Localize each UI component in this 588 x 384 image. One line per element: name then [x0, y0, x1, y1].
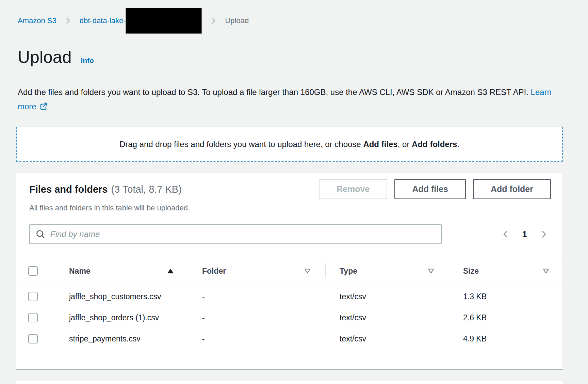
filter-icon[interactable]	[542, 268, 550, 274]
add-files-button[interactable]: Add files	[394, 179, 466, 199]
file-folder: -	[188, 290, 325, 303]
file-size: 1.3 KB	[449, 290, 563, 303]
chevron-right-icon	[539, 229, 548, 239]
search-input[interactable]	[50, 229, 436, 239]
file-name: stripe_payments.csv	[69, 334, 141, 343]
remove-button[interactable]: Remove	[319, 179, 387, 199]
table-row: stripe_payments.csv - text/csv 4.9 KB	[16, 328, 562, 349]
file-name: jaffle_shop_customers.csv	[69, 292, 161, 301]
add-folder-button[interactable]: Add folder	[473, 179, 551, 199]
column-header-type[interactable]: Type	[325, 256, 449, 286]
drag-drop-zone[interactable]: Drag and drop files and folders you want…	[16, 127, 563, 162]
page-title: UploadInfo	[18, 47, 94, 71]
panel-title-text: Files and folders	[29, 184, 108, 195]
next-panel-edge	[16, 381, 563, 384]
file-size: 2.6 KB	[449, 311, 563, 324]
breadcrumb-amazon-s3[interactable]: Amazon S3	[18, 16, 56, 25]
file-type: text/csv	[325, 332, 449, 345]
current-page[interactable]: 1	[522, 229, 527, 240]
panel-count-summary: (3 Total, 8.7 KB)	[111, 184, 181, 195]
page-title-text: Upload	[18, 48, 71, 67]
file-folder: -	[188, 311, 325, 324]
filter-icon[interactable]	[304, 268, 311, 274]
pagination: 1	[501, 229, 551, 240]
bucket-name-prefix: dbt-data-lake-	[80, 16, 126, 25]
files-table: Name Folder Type Size	[16, 256, 562, 349]
chevron-right-icon	[211, 16, 216, 26]
file-type: text/csv	[325, 290, 449, 303]
breadcrumb: Amazon S3 dbt-data-lake- Upload	[18, 8, 249, 34]
table-header-row: Name Folder Type Size	[16, 256, 562, 286]
breadcrumb-upload: Upload	[225, 16, 249, 25]
previous-page-button[interactable]	[501, 229, 510, 239]
row-checkbox[interactable]	[28, 292, 38, 301]
dropzone-text: Drag and drop files and folders you want…	[119, 140, 459, 149]
chevron-left-icon	[501, 229, 510, 239]
column-header-name[interactable]: Name	[55, 256, 188, 286]
table-row: jaffle_shop_orders (1).csv - text/csv 2.…	[16, 307, 562, 328]
table-row: jaffle_shop_customers.csv - text/csv 1.3…	[16, 286, 562, 307]
panel-subtitle: All files and folders in this table will…	[29, 203, 551, 213]
filter-icon[interactable]	[427, 268, 435, 274]
external-link-icon	[39, 102, 48, 111]
page-description: Add the files and folders you want to up…	[18, 85, 562, 114]
breadcrumb-bucket[interactable]: dbt-data-lake-	[80, 8, 202, 34]
search-box[interactable]	[29, 224, 442, 244]
file-name: jaffle_shop_orders (1).csv	[69, 313, 159, 322]
panel-title: Files and folders(3 Total, 8.7 KB)	[29, 182, 182, 196]
chevron-right-icon	[65, 16, 71, 26]
search-icon	[35, 229, 46, 239]
redacted-bucket-name	[126, 8, 202, 34]
file-folder: -	[188, 332, 325, 345]
info-link[interactable]: Info	[81, 57, 94, 64]
description-text: Add the files and folders you want to up…	[18, 87, 531, 97]
next-page-button[interactable]	[539, 229, 548, 239]
row-checkbox[interactable]	[28, 313, 38, 322]
files-and-folders-panel: Files and folders(3 Total, 8.7 KB) Remov…	[16, 173, 563, 370]
select-all-checkbox[interactable]	[28, 266, 38, 276]
column-header-folder[interactable]: Folder	[188, 256, 325, 286]
panel-actions: Remove Add files Add folder	[319, 179, 551, 199]
file-size: 4.9 KB	[449, 332, 563, 345]
column-header-size[interactable]: Size	[449, 256, 563, 286]
sort-ascending-icon[interactable]	[167, 269, 174, 273]
row-checkbox[interactable]	[28, 334, 38, 343]
file-type: text/csv	[325, 311, 449, 324]
